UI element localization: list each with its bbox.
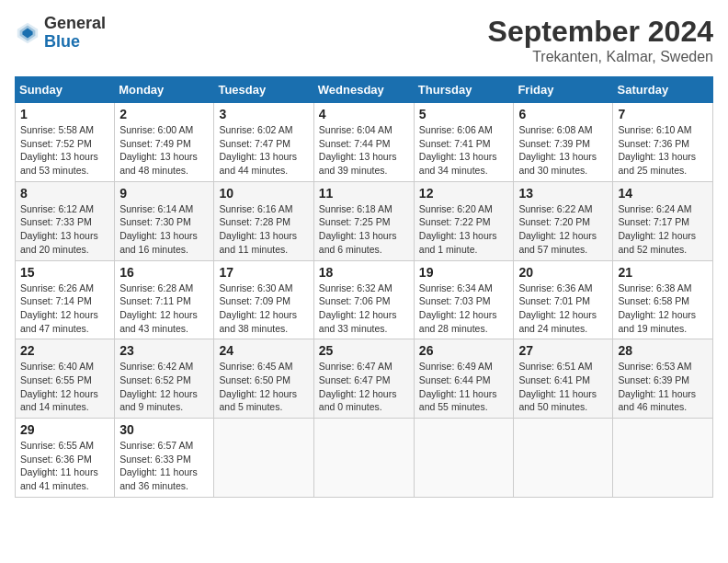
sunset-text: Sunset: 7:09 PM [219, 295, 290, 306]
sunrise-text: Sunrise: 6:08 AM [518, 124, 592, 135]
logo: General Blue [15, 15, 106, 52]
calendar-cell: 6Sunrise: 6:08 AMSunset: 7:39 PMDaylight… [514, 103, 613, 182]
day-number: 24 [219, 343, 308, 358]
daylight-text: Daylight: 13 hours and 20 minutes. [20, 230, 98, 255]
daylight-text: Daylight: 13 hours and 53 minutes. [20, 151, 98, 176]
logo-wordmark: General Blue [44, 15, 106, 52]
day-info: Sunrise: 5:58 AMSunset: 7:52 PMDaylight:… [20, 123, 109, 178]
sunrise-text: Sunrise: 6:38 AM [618, 282, 691, 293]
daylight-text: Daylight: 13 hours and 16 minutes. [119, 230, 198, 255]
sunset-text: Sunset: 7:52 PM [20, 138, 92, 149]
calendar-cell [613, 419, 713, 498]
day-number: 23 [119, 343, 209, 358]
calendar-week-row: 15Sunrise: 6:26 AMSunset: 7:14 PMDayligh… [16, 260, 713, 339]
sunrise-text: Sunrise: 6:20 AM [419, 203, 493, 214]
calendar-cell: 18Sunrise: 6:32 AMSunset: 7:06 PMDayligh… [313, 260, 414, 339]
sunset-text: Sunset: 7:20 PM [518, 216, 590, 227]
sunrise-text: Sunrise: 6:30 AM [219, 282, 292, 293]
calendar-cell [313, 419, 414, 498]
sunrise-text: Sunrise: 6:36 AM [518, 282, 592, 293]
weekday-header-row: SundayMondayTuesdayWednesdayThursdayFrid… [16, 77, 713, 103]
day-number: 5 [419, 107, 509, 121]
sunrise-text: Sunrise: 6:57 AM [119, 440, 193, 451]
day-number: 6 [518, 107, 608, 121]
daylight-text: Daylight: 12 hours and 57 minutes. [518, 230, 597, 255]
day-info: Sunrise: 6:42 AMSunset: 6:52 PMDaylight:… [119, 360, 209, 414]
day-number: 29 [20, 422, 109, 437]
sunset-text: Sunset: 7:06 PM [319, 295, 391, 306]
sunrise-text: Sunrise: 6:04 AM [319, 124, 392, 135]
sunrise-text: Sunrise: 6:24 AM [618, 203, 691, 214]
calendar-cell: 17Sunrise: 6:30 AMSunset: 7:09 PMDayligh… [214, 260, 313, 339]
day-info: Sunrise: 6:14 AMSunset: 7:30 PMDaylight:… [119, 202, 209, 257]
calendar-cell: 21Sunrise: 6:38 AMSunset: 6:58 PMDayligh… [613, 260, 713, 339]
calendar-cell: 26Sunrise: 6:49 AMSunset: 6:44 PMDayligh… [414, 339, 514, 419]
day-info: Sunrise: 6:57 AMSunset: 6:33 PMDaylight:… [119, 439, 209, 493]
sunset-text: Sunset: 6:50 PM [219, 374, 290, 385]
daylight-text: Daylight: 12 hours and 52 minutes. [618, 230, 696, 255]
calendar-cell: 9Sunrise: 6:14 AMSunset: 7:30 PMDaylight… [115, 181, 214, 260]
logo-blue: Blue [44, 32, 80, 51]
sunrise-text: Sunrise: 6:26 AM [20, 282, 94, 293]
day-info: Sunrise: 6:55 AMSunset: 6:36 PMDaylight:… [20, 439, 109, 493]
calendar-cell: 23Sunrise: 6:42 AMSunset: 6:52 PMDayligh… [115, 339, 214, 419]
calendar-cell: 30Sunrise: 6:57 AMSunset: 6:33 PMDayligh… [115, 419, 214, 498]
sunset-text: Sunset: 6:41 PM [518, 374, 590, 385]
location-subtitle: Trekanten, Kalmar, Sweden [488, 49, 713, 65]
calendar-cell: 8Sunrise: 6:12 AMSunset: 7:33 PMDaylight… [16, 181, 115, 260]
day-info: Sunrise: 6:30 AMSunset: 7:09 PMDaylight:… [219, 282, 308, 336]
title-area: September 2024 Trekanten, Kalmar, Sweden [488, 15, 713, 65]
daylight-text: Daylight: 12 hours and 19 minutes. [618, 309, 696, 334]
day-info: Sunrise: 6:08 AMSunset: 7:39 PMDaylight:… [518, 123, 608, 178]
day-info: Sunrise: 6:34 AMSunset: 7:03 PMDaylight:… [419, 282, 509, 336]
day-info: Sunrise: 6:04 AMSunset: 7:44 PMDaylight:… [319, 123, 409, 178]
weekday-header-tuesday: Tuesday [214, 77, 313, 103]
day-info: Sunrise: 6:53 AMSunset: 6:39 PMDaylight:… [618, 360, 708, 414]
daylight-text: Daylight: 12 hours and 14 minutes. [20, 388, 98, 413]
day-number: 28 [618, 343, 708, 358]
sunrise-text: Sunrise: 6:45 AM [219, 361, 292, 372]
day-info: Sunrise: 6:24 AMSunset: 7:17 PMDaylight:… [618, 202, 708, 257]
calendar-cell: 24Sunrise: 6:45 AMSunset: 6:50 PMDayligh… [214, 339, 313, 419]
sunset-text: Sunset: 7:39 PM [518, 138, 590, 149]
logo-icon [15, 20, 40, 46]
day-info: Sunrise: 6:20 AMSunset: 7:22 PMDaylight:… [419, 202, 509, 257]
calendar-cell: 28Sunrise: 6:53 AMSunset: 6:39 PMDayligh… [613, 339, 713, 419]
weekday-header-sunday: Sunday [16, 77, 115, 103]
sunrise-text: Sunrise: 6:14 AM [119, 203, 193, 214]
day-info: Sunrise: 6:40 AMSunset: 6:55 PMDaylight:… [20, 360, 109, 414]
day-info: Sunrise: 6:26 AMSunset: 7:14 PMDaylight:… [20, 282, 109, 336]
daylight-text: Daylight: 11 hours and 55 minutes. [419, 388, 497, 413]
daylight-text: Daylight: 13 hours and 48 minutes. [119, 151, 198, 176]
sunset-text: Sunset: 7:03 PM [419, 295, 491, 306]
daylight-text: Daylight: 11 hours and 36 minutes. [119, 466, 198, 491]
day-info: Sunrise: 6:12 AMSunset: 7:33 PMDaylight:… [20, 202, 109, 257]
day-number: 26 [419, 343, 509, 358]
day-number: 30 [119, 422, 209, 437]
sunrise-text: Sunrise: 6:55 AM [20, 440, 94, 451]
calendar-week-row: 1Sunrise: 5:58 AMSunset: 7:52 PMDaylight… [16, 103, 713, 182]
calendar-cell: 22Sunrise: 6:40 AMSunset: 6:55 PMDayligh… [16, 339, 115, 419]
daylight-text: Daylight: 12 hours and 9 minutes. [119, 388, 198, 413]
sunset-text: Sunset: 7:33 PM [20, 216, 92, 227]
sunset-text: Sunset: 6:33 PM [119, 454, 191, 465]
sunrise-text: Sunrise: 6:51 AM [518, 361, 592, 372]
sunset-text: Sunset: 7:11 PM [119, 295, 191, 306]
logo-general: General [44, 14, 106, 32]
sunset-text: Sunset: 7:36 PM [618, 138, 689, 149]
day-info: Sunrise: 6:16 AMSunset: 7:28 PMDaylight:… [219, 202, 308, 257]
calendar-cell: 12Sunrise: 6:20 AMSunset: 7:22 PMDayligh… [414, 181, 514, 260]
day-number: 18 [319, 265, 409, 280]
day-info: Sunrise: 6:22 AMSunset: 7:20 PMDaylight:… [518, 202, 608, 257]
day-info: Sunrise: 6:45 AMSunset: 6:50 PMDaylight:… [219, 360, 308, 414]
page-header: General Blue September 2024 Trekanten, K… [15, 15, 713, 65]
day-number: 4 [319, 107, 409, 121]
day-number: 19 [419, 265, 509, 280]
weekday-header-saturday: Saturday [613, 77, 713, 103]
day-info: Sunrise: 6:49 AMSunset: 6:44 PMDaylight:… [419, 360, 509, 414]
sunrise-text: Sunrise: 6:22 AM [518, 203, 592, 214]
calendar-cell [414, 419, 514, 498]
calendar-table: SundayMondayTuesdayWednesdayThursdayFrid… [15, 76, 713, 498]
daylight-text: Daylight: 12 hours and 24 minutes. [518, 309, 597, 334]
sunset-text: Sunset: 7:47 PM [219, 138, 290, 149]
